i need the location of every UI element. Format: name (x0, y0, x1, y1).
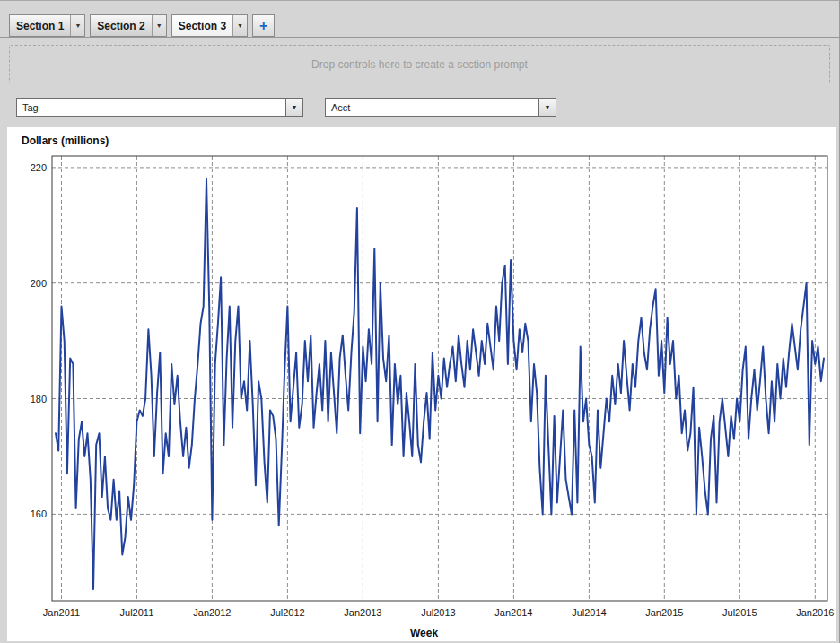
data-series-line (56, 179, 824, 589)
x-tick-label: Jan2014 (494, 607, 532, 618)
tab-section-1-label: Section 1 (10, 15, 70, 36)
tab-section-1[interactable]: Section 1 ▼ (9, 14, 85, 37)
x-tick-label: Jan2012 (193, 607, 231, 618)
app-window: Section 1 ▼ Section 2 ▼ Section 3 ▼ + Dr… (0, 1, 839, 641)
chart-y-axis-title: Dollars (millions) (22, 135, 834, 147)
tag-dropdown-value: Tag (17, 99, 285, 116)
y-tick-label: 180 (31, 394, 47, 404)
line-chart[interactable]: 160180200220Jan2011Jul2011Jan2012Jul2012… (14, 149, 835, 626)
tag-dropdown[interactable]: Tag ▼ (16, 98, 303, 117)
x-tick-label: Jul2011 (120, 607, 154, 618)
chevron-down-icon[interactable]: ▼ (232, 15, 247, 36)
dropzone-hint-text: Drop controls here to create a section p… (311, 58, 528, 71)
acct-dropdown-value: Acct (326, 99, 538, 116)
x-tick-label: Jul2012 (270, 607, 305, 618)
tab-section-2[interactable]: Section 2 ▼ (90, 14, 166, 37)
x-tick-label: Jan2016 (796, 607, 834, 618)
y-tick-label: 200 (31, 278, 47, 289)
chevron-down-icon[interactable]: ▼ (285, 99, 302, 116)
x-tick-label: Jan2013 (344, 607, 381, 618)
add-section-button[interactable]: + (252, 14, 275, 37)
chart-panel: Dollars (millions) 160180200220Jan2011Ju… (7, 127, 836, 641)
tab-section-3[interactable]: Section 3 ▼ (171, 14, 248, 37)
section-tab-bar: Section 1 ▼ Section 2 ▼ Section 3 ▼ + (0, 1, 839, 38)
plot-border (52, 156, 827, 601)
x-tick-label: Jul2013 (421, 607, 456, 618)
chevron-down-icon[interactable]: ▼ (70, 15, 84, 36)
tab-section-3-label: Section 3 (172, 15, 232, 36)
y-tick-label: 220 (31, 162, 47, 173)
acct-dropdown[interactable]: Acct ▼ (325, 98, 556, 117)
chevron-down-icon[interactable]: ▼ (152, 15, 166, 36)
x-tick-label: Jul2014 (572, 607, 607, 618)
x-tick-label: Jul2015 (722, 607, 757, 618)
chevron-down-icon[interactable]: ▼ (538, 99, 556, 116)
x-tick-label: Jan2011 (43, 607, 80, 618)
tab-section-2-label: Section 2 (91, 15, 151, 36)
prompt-controls-row: Tag ▼ Acct ▼ (16, 98, 839, 117)
chart-x-axis-title: Week (14, 627, 834, 639)
x-tick-label: Jan2015 (645, 607, 683, 618)
y-tick-label: 160 (31, 508, 47, 519)
section-prompt-dropzone[interactable]: Drop controls here to create a section p… (9, 45, 830, 83)
